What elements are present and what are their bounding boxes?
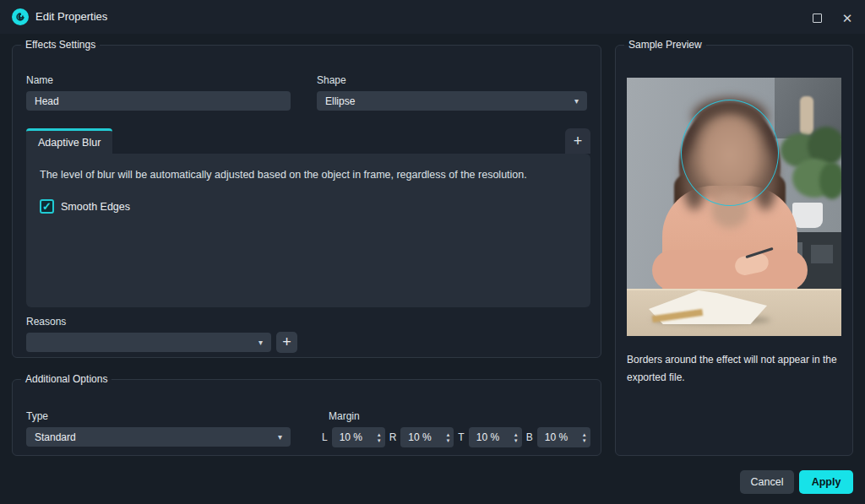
spin-down-icon[interactable]: ▼	[445, 438, 450, 443]
spin-down-icon[interactable]: ▼	[514, 438, 519, 443]
margin-right-unit: R 10 % ▲ ▼	[389, 427, 454, 447]
margin-top-stepper[interactable]: ▲ ▼	[514, 432, 519, 443]
name-input[interactable]	[26, 91, 291, 111]
margin-bottom-letter: B	[526, 431, 533, 443]
margin-bottom-unit: B 10 % ▲ ▼	[526, 427, 590, 447]
blur-description: The level of blur will be automatically …	[40, 169, 577, 181]
adaptive-blur-panel: The level of blur will be automatically …	[26, 154, 590, 307]
margin-left-stepper[interactable]: ▲ ▼	[377, 432, 382, 443]
type-dropdown-value: Standard	[35, 431, 76, 443]
margin-top-letter: T	[458, 431, 464, 443]
spin-up-icon[interactable]: ▲	[514, 432, 519, 437]
add-effect-tab-button[interactable]: +	[565, 128, 590, 154]
checkmark-icon: ✓	[42, 201, 52, 212]
titlebar: Edit Properties ✕	[0, 0, 865, 34]
blur-ellipse-outline[interactable]	[681, 100, 779, 206]
margin-label: Margin	[329, 410, 360, 422]
preview-caption: Borders around the effect will not appea…	[627, 351, 843, 387]
preview-hanging-item	[800, 96, 813, 135]
margin-top-value: 10 %	[476, 431, 514, 443]
shape-dropdown[interactable]: Ellipse ▾	[317, 91, 587, 111]
effects-settings-group: Effects Settings Name Shape Ellipse ▾ Ad…	[12, 39, 601, 358]
cancel-button[interactable]: Cancel	[740, 470, 794, 494]
margin-bottom-value: 10 %	[545, 431, 582, 443]
apply-button[interactable]: Apply	[799, 470, 853, 494]
maximize-icon	[813, 14, 822, 23]
margin-left-value: 10 %	[340, 431, 377, 443]
plus-icon: +	[282, 333, 291, 351]
spin-up-icon[interactable]: ▲	[377, 432, 382, 437]
add-reason-button[interactable]: +	[276, 332, 297, 353]
margin-right-stepper[interactable]: ▲ ▼	[445, 432, 450, 443]
margin-right-letter: R	[389, 431, 397, 443]
close-button[interactable]: ✕	[833, 7, 862, 29]
reasons-label: Reasons	[26, 316, 66, 328]
preview-plant	[819, 162, 841, 199]
margin-right-value: 10 %	[408, 431, 445, 443]
window-title: Edit Properties	[35, 10, 107, 23]
preview-desk-edge	[627, 289, 841, 290]
chevron-down-icon: ▾	[278, 432, 282, 442]
app-logo-icon	[12, 8, 29, 25]
spin-down-icon[interactable]: ▼	[582, 438, 587, 443]
spin-up-icon[interactable]: ▲	[445, 432, 450, 437]
smooth-edges-row: ✓ Smooth Edges	[40, 199, 577, 214]
shape-dropdown-value: Ellipse	[325, 95, 355, 107]
chevron-down-icon: ▾	[258, 338, 263, 347]
close-icon: ✕	[842, 12, 853, 24]
smooth-edges-label: Smooth Edges	[61, 201, 130, 213]
tab-bar-spacer	[112, 128, 565, 154]
preview-person-arms	[652, 250, 808, 290]
tab-label: Adaptive Blur	[38, 137, 101, 149]
sample-preview-group: Sample Preview	[615, 39, 853, 456]
effect-tab-bar: Adaptive Blur +	[26, 128, 590, 154]
preview-shelf-item	[811, 245, 833, 263]
preview-plant-pot	[792, 203, 823, 228]
margin-left-spinbox[interactable]: 10 % ▲ ▼	[332, 427, 385, 447]
additional-options-legend: Additional Options	[21, 373, 112, 385]
spin-down-icon[interactable]: ▼	[377, 438, 382, 443]
margin-left-unit: L 10 % ▲ ▼	[322, 427, 385, 447]
plus-icon: +	[574, 133, 583, 150]
type-label: Type	[26, 410, 48, 422]
additional-options-group: Additional Options Type Standard ▾ Margi…	[12, 373, 601, 456]
margin-row: L 10 % ▲ ▼ R 10 % ▲ ▼	[322, 427, 590, 447]
name-label: Name	[26, 74, 53, 86]
shape-label: Shape	[317, 74, 346, 86]
effects-settings-legend: Effects Settings	[21, 39, 100, 51]
smooth-edges-checkbox[interactable]: ✓	[40, 199, 54, 214]
margin-right-spinbox[interactable]: 10 % ▲ ▼	[400, 427, 454, 447]
margin-left-letter: L	[322, 431, 328, 443]
chevron-down-icon: ▾	[574, 96, 579, 106]
preview-image	[627, 78, 841, 336]
reasons-dropdown[interactable]: ▾	[26, 333, 271, 352]
margin-bottom-spinbox[interactable]: 10 % ▲ ▼	[537, 427, 590, 447]
margin-top-unit: T 10 % ▲ ▼	[458, 427, 521, 447]
margin-top-spinbox[interactable]: 10 % ▲ ▼	[469, 427, 522, 447]
maximize-button[interactable]	[802, 7, 831, 29]
spin-up-icon[interactable]: ▲	[582, 432, 587, 437]
edit-properties-dialog: Edit Properties ✕ Effects Settings Name …	[0, 0, 865, 504]
type-dropdown[interactable]: Standard ▾	[26, 427, 291, 447]
margin-bottom-stepper[interactable]: ▲ ▼	[582, 432, 587, 443]
sample-preview-legend: Sample Preview	[624, 39, 706, 51]
tab-adaptive-blur[interactable]: Adaptive Blur	[26, 128, 112, 154]
